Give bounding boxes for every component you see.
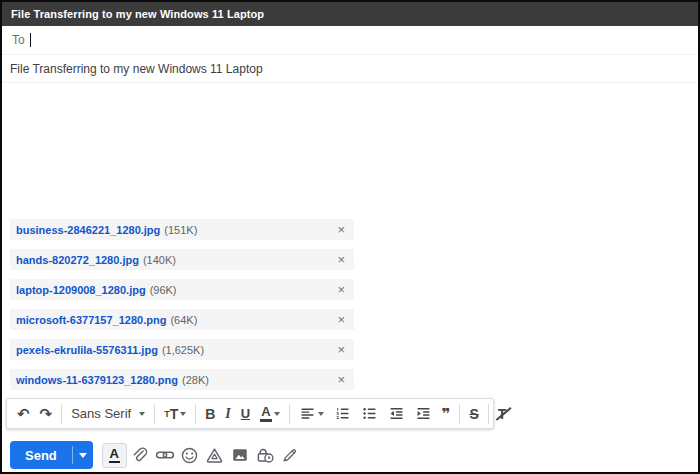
toolbar-divider (195, 404, 196, 424)
formatting-options-toggle[interactable]: A (102, 443, 127, 468)
bulleted-list-icon (361, 405, 378, 422)
indent-less-icon (388, 405, 405, 422)
remove-attachment-button[interactable]: × (337, 283, 345, 296)
formatting-a-icon: A (109, 447, 120, 463)
attachment-chip[interactable]: hands-820272_1280.jpg (140K) × (10, 249, 354, 270)
insert-signature-button[interactable] (278, 443, 302, 467)
attachment-size: (64K) (170, 314, 197, 326)
toolbar-divider (289, 404, 290, 424)
italic-icon: I (225, 406, 230, 422)
attachment-size: (1,625K) (162, 344, 204, 356)
drive-icon (205, 446, 224, 465)
attachment-name[interactable]: microsoft-6377157_1280.png (16, 314, 166, 326)
text-color-button[interactable]: A (255, 402, 284, 426)
remove-formatting-icon: T (498, 406, 507, 422)
attachment-size: (96K) (150, 284, 177, 296)
lock-clock-icon (255, 445, 275, 465)
strikethrough-button[interactable]: S (464, 402, 483, 426)
window-title: File Transferring to my new Windows 11 L… (11, 8, 264, 20)
link-icon (155, 445, 175, 465)
strikethrough-icon: S (469, 406, 478, 422)
align-button[interactable] (294, 402, 329, 426)
undo-button[interactable]: ↶ (12, 402, 35, 426)
attachment-size: (140K) (143, 254, 176, 266)
pen-icon (281, 446, 299, 464)
attachment-chip[interactable]: laptop-1209008_1280.jpg (96K) × (10, 279, 354, 300)
quote-button[interactable]: ❞ (437, 402, 456, 426)
attachment-chip[interactable]: windows-11-6379123_1280.png (28K) × (10, 369, 354, 390)
bold-button[interactable]: B (200, 402, 220, 426)
toolbar-divider (488, 404, 489, 424)
font-family-selector[interactable]: Sans Serif (66, 402, 150, 426)
redo-icon: ↷ (40, 406, 53, 421)
attachment-name[interactable]: windows-11-6379123_1280.png (16, 374, 178, 386)
attachment-chip[interactable]: business-2846221_1280.jpg (151K) × (10, 219, 354, 240)
compose-titlebar[interactable]: File Transferring to my new Windows 11 L… (2, 2, 698, 26)
font-size-big-t: T (170, 406, 179, 422)
toolbar-divider (154, 404, 155, 424)
bulleted-list-button[interactable] (356, 402, 383, 426)
chevron-down-icon (139, 412, 145, 416)
indent-more-button[interactable] (410, 402, 437, 426)
formatting-toolbar: ↶ ↷ Sans Serif T T B I U A (6, 398, 494, 429)
numbered-list-button[interactable] (329, 402, 356, 426)
remove-attachment-button[interactable]: × (337, 223, 345, 236)
chevron-down-icon (318, 412, 324, 416)
message-body[interactable]: business-2846221_1280.jpg (151K) × hands… (2, 83, 698, 423)
attachment-name[interactable]: business-2846221_1280.jpg (16, 224, 160, 236)
remove-attachment-button[interactable]: × (337, 343, 345, 356)
recipients-field[interactable]: To (2, 26, 698, 55)
numbered-list-icon (334, 405, 351, 422)
attachment-name[interactable]: hands-820272_1280.jpg (16, 254, 139, 266)
paperclip-icon (130, 446, 149, 465)
insert-link-button[interactable] (153, 443, 177, 467)
attachment-name[interactable]: pexels-ekrulila-5576311.jpg (16, 344, 158, 356)
send-bar: Send A (10, 441, 302, 469)
subject-field[interactable]: File Transferring to my new Windows 11 L… (2, 55, 698, 83)
confidential-mode-button[interactable] (253, 443, 277, 467)
chevron-down-icon (180, 412, 186, 416)
toolbar-divider (61, 404, 62, 424)
undo-icon: ↶ (17, 406, 30, 421)
send-button[interactable]: Send (10, 441, 72, 469)
quote-icon: ❞ (442, 406, 451, 421)
attach-file-button[interactable] (128, 443, 152, 467)
align-left-icon (299, 405, 316, 422)
font-size-button[interactable]: T T (159, 402, 191, 426)
indent-less-button[interactable] (383, 402, 410, 426)
insert-drive-button[interactable] (203, 443, 227, 467)
italic-button[interactable]: I (220, 402, 235, 426)
insert-emoji-button[interactable] (178, 443, 202, 467)
attachment-chip[interactable]: microsoft-6377157_1280.png (64K) × (10, 309, 354, 330)
send-label: Send (25, 448, 57, 463)
compose-window: File Transferring to my new Windows 11 L… (0, 0, 700, 474)
font-family-label: Sans Serif (71, 406, 137, 421)
to-label: To (12, 33, 25, 47)
chevron-down-icon (79, 453, 87, 458)
text-color-icon: A (260, 405, 271, 422)
insert-photo-button[interactable] (228, 443, 252, 467)
text-cursor (30, 33, 31, 47)
redo-button[interactable]: ↷ (35, 402, 58, 426)
attachment-size: (28K) (182, 374, 209, 386)
remove-attachment-button[interactable]: × (337, 313, 345, 326)
underline-button[interactable]: U (236, 402, 255, 426)
remove-attachment-button[interactable]: × (337, 253, 345, 266)
send-button-group: Send (10, 441, 93, 469)
attachment-chip[interactable]: pexels-ekrulila-5576311.jpg (1,625K) × (10, 339, 354, 360)
remove-attachment-button[interactable]: × (337, 373, 345, 386)
emoji-icon (180, 446, 199, 465)
subject-text: File Transferring to my new Windows 11 L… (10, 62, 263, 76)
chevron-down-icon (274, 412, 280, 416)
underline-icon: U (241, 406, 250, 421)
toolbar-divider (459, 404, 460, 424)
send-options-button[interactable] (73, 441, 93, 469)
bold-icon: B (205, 406, 215, 422)
attachment-list: business-2846221_1280.jpg (151K) × hands… (10, 219, 354, 399)
remove-formatting-button[interactable]: T (493, 402, 512, 426)
attachment-name[interactable]: laptop-1209008_1280.jpg (16, 284, 146, 296)
attachment-size: (151K) (164, 224, 197, 236)
indent-more-icon (415, 405, 432, 422)
image-icon (231, 446, 249, 464)
